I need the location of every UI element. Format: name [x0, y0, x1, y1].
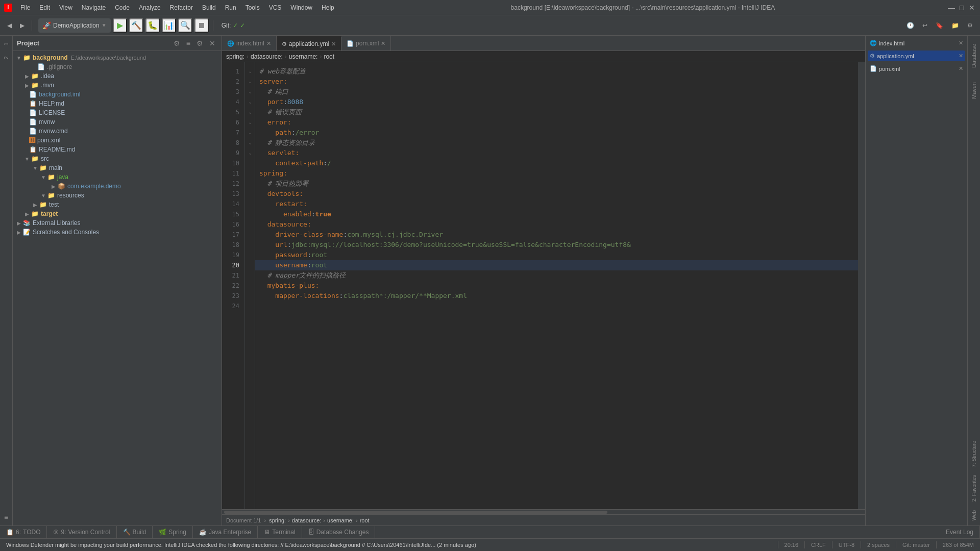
- right-tab-7-structure[interactable]: 7: Structure: [970, 438, 978, 470]
- breadcrumb-username[interactable]: username:: [327, 517, 354, 523]
- tree-item-mvnw-cmd[interactable]: 📄 mvnw.cmd: [13, 127, 222, 136]
- tree-item-external-libs[interactable]: ▶ 📚 External Libraries: [13, 218, 222, 228]
- undo-button[interactable]: ↩: [919, 18, 930, 33]
- menu-run[interactable]: Run: [221, 3, 240, 12]
- project-action-sort[interactable]: ≡: [184, 38, 192, 48]
- tab-index-html[interactable]: 🌐 index.html ✕: [222, 36, 277, 51]
- forward-button[interactable]: ▶: [17, 18, 28, 33]
- breadcrumb-root[interactable]: root: [360, 517, 370, 523]
- bottom-tab-build[interactable]: 🔨 Build: [117, 526, 153, 539]
- sidebar-icon-2[interactable]: 2: [0, 52, 13, 64]
- git-check1[interactable]: ✓: [233, 22, 238, 29]
- horizontal-scrollbar[interactable]: [222, 509, 865, 514]
- tab-close-index[interactable]: ✕: [266, 40, 271, 47]
- run-config-selector[interactable]: 🚀 DemoApplication ▼: [38, 18, 111, 33]
- project-action-close[interactable]: ✕: [207, 38, 217, 48]
- right-tab-maven[interactable]: Maven: [970, 78, 978, 103]
- close-thumbnail-index[interactable]: ✕: [959, 40, 963, 46]
- tree-item-help[interactable]: 📋 HELP.md: [13, 99, 222, 108]
- close-thumbnail-pom[interactable]: ✕: [959, 65, 963, 72]
- coverage-button[interactable]: 📊: [162, 18, 176, 33]
- tree-item-com-example[interactable]: ▶ 📦 com.example.demo: [13, 182, 222, 191]
- right-tab-web[interactable]: Web: [970, 507, 978, 523]
- tree-item-mvn[interactable]: ▶ 📁 .mvn: [13, 81, 222, 90]
- tree-item-scratches[interactable]: ▶ 📝 Scratches and Consoles: [13, 228, 222, 237]
- breadcrumb-segment-0[interactable]: spring:: [226, 53, 244, 60]
- tree-item-background-iml[interactable]: 📄 background.iml: [13, 90, 222, 99]
- menu-tools[interactable]: Tools: [241, 3, 264, 12]
- close-thumbnail-yaml[interactable]: ✕: [959, 53, 963, 59]
- menu-edit[interactable]: Edit: [35, 3, 54, 12]
- thumbnail-pom-xml[interactable]: 📄 pom.xml ✕: [868, 63, 965, 74]
- thumbnail-application-yml[interactable]: ⚙ application.yml ✕: [868, 51, 965, 61]
- bottom-tab-version-control[interactable]: ⑨ 9: Version Control: [47, 526, 116, 539]
- menu-view[interactable]: View: [55, 3, 77, 12]
- bottom-tab-spring[interactable]: 🌿 Spring: [153, 526, 193, 539]
- menu-code[interactable]: Code: [111, 3, 134, 12]
- menu-window[interactable]: Window: [286, 3, 316, 12]
- minimize-button[interactable]: —: [947, 4, 955, 12]
- bottom-tab-todo[interactable]: 📋 6: TODO: [0, 526, 47, 539]
- breadcrumb-spring[interactable]: spring:: [269, 517, 286, 523]
- tree-item-license[interactable]: 📄 LICENSE: [13, 108, 222, 117]
- tree-item-root[interactable]: ▼ 📁 background E:\ideaworkspace\backgrou…: [13, 53, 222, 62]
- tree-item-gitignore[interactable]: 📄 .gitignore: [13, 62, 222, 71]
- line-col[interactable]: 20:16: [782, 542, 801, 548]
- debug-button[interactable]: 🐛: [145, 18, 160, 33]
- maximize-button[interactable]: □: [958, 4, 966, 12]
- project-action-gear[interactable]: ⚙: [172, 38, 182, 48]
- menu-navigate[interactable]: Navigate: [78, 3, 110, 12]
- line-ending[interactable]: CRLF: [809, 542, 828, 548]
- menu-analyze[interactable]: Analyze: [135, 3, 165, 12]
- vertical-scrollbar[interactable]: [858, 62, 865, 509]
- tree-item-src[interactable]: ▼ 📁 src: [13, 154, 222, 163]
- project-action-settings[interactable]: ⚙: [194, 38, 205, 48]
- back-button[interactable]: ◀: [4, 18, 15, 33]
- file-manager-button[interactable]: 📁: [948, 18, 962, 33]
- thumbnail-index-html[interactable]: 🌐 index.html ✕: [868, 38, 965, 48]
- menu-help[interactable]: Help: [317, 3, 338, 12]
- tree-item-java[interactable]: ▼ 📁 java: [13, 172, 222, 182]
- memory-usage[interactable]: 263 of 854M: [941, 542, 976, 548]
- tab-close-pom[interactable]: ✕: [381, 40, 385, 47]
- breadcrumb-segment-3[interactable]: root: [324, 53, 334, 60]
- tree-item-mvnw[interactable]: 📄 mvnw: [13, 117, 222, 127]
- close-button[interactable]: ✕: [968, 4, 976, 12]
- git-branch[interactable]: Git: master: [900, 542, 932, 548]
- breadcrumb-datasource[interactable]: datasource:: [292, 517, 321, 523]
- tab-close-yaml[interactable]: ✕: [331, 41, 336, 47]
- tab-pom-xml[interactable]: 📄 pom.xml ✕: [341, 36, 391, 51]
- sidebar-icon-bottom[interactable]: ≡: [0, 511, 13, 523]
- tree-item-readme[interactable]: 📋 README.md: [13, 145, 222, 154]
- tree-item-pom[interactable]: 🅼 pom.xml: [13, 136, 222, 145]
- right-tab-database[interactable]: Database: [970, 40, 978, 72]
- menu-file[interactable]: File: [16, 3, 34, 12]
- breadcrumb-segment-2[interactable]: username:: [289, 53, 318, 60]
- settings-button[interactable]: ⚙: [964, 18, 976, 33]
- history-button[interactable]: 🕐: [903, 18, 917, 33]
- bottom-tab-event-log[interactable]: Event Log: [940, 526, 980, 539]
- tree-item-test[interactable]: ▶ 📁 test: [13, 200, 222, 209]
- bottom-tab-terminal[interactable]: 🖥 Terminal: [258, 526, 302, 539]
- build-button[interactable]: 🔨: [129, 18, 143, 33]
- tree-item-idea[interactable]: ▶ 📁 .idea: [13, 71, 222, 81]
- bottom-tab-database-changes[interactable]: 🗄 Database Changes: [302, 526, 376, 539]
- breadcrumb-segment-1[interactable]: datasource:: [251, 53, 283, 60]
- menu-vcs[interactable]: VCS: [265, 3, 286, 12]
- search-button[interactable]: 🔍: [178, 18, 192, 33]
- tree-item-resources[interactable]: ▼ 📁 resources: [13, 191, 222, 200]
- menu-build[interactable]: Build: [198, 3, 220, 12]
- code-area[interactable]: # web容器配置 server: # 端口 port: 8088 # 错误页面…: [255, 62, 858, 509]
- tree-item-target[interactable]: ▶ 📁 target: [13, 209, 222, 218]
- bookmarks-button[interactable]: 🔖: [933, 18, 946, 33]
- tab-application-yml[interactable]: ⚙ application.yml ✕: [277, 36, 341, 51]
- bottom-tab-java-enterprise[interactable]: ☕ Java Enterprise: [193, 526, 258, 539]
- git-check2[interactable]: ✓: [240, 22, 245, 29]
- right-tab-2-favorites[interactable]: 2: Favorites: [970, 472, 978, 505]
- indent[interactable]: 2 spaces: [865, 542, 892, 548]
- charset[interactable]: UTF-8: [837, 542, 856, 548]
- run-button[interactable]: ▶: [113, 18, 127, 33]
- stop-button[interactable]: ⏹: [194, 18, 209, 33]
- menu-refactor[interactable]: Refactor: [166, 3, 197, 12]
- tree-item-main[interactable]: ▼ 📁 main: [13, 163, 222, 172]
